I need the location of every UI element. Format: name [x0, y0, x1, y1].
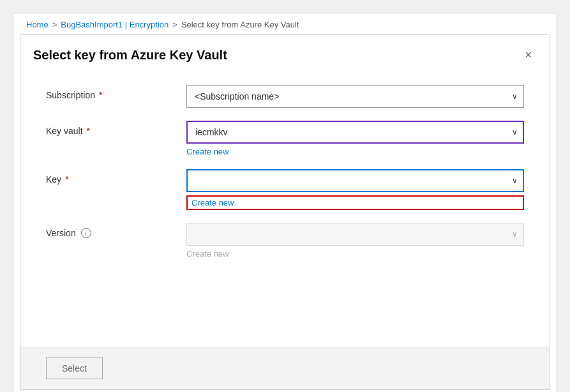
subscription-control-group: <Subscription name> ∨	[186, 85, 524, 108]
outer-container: Home > BugBashImport1 | Encryption > Sel…	[13, 13, 557, 392]
version-row: Version i ∨ Create new	[46, 223, 524, 259]
key-control-group: ∨ Create new	[186, 169, 524, 210]
key-dropdown[interactable]	[186, 169, 524, 192]
dialog: Select key from Azure Key Vault × Subscr…	[20, 34, 550, 390]
dialog-footer: Select	[20, 347, 550, 389]
breadcrumb-sep1: >	[52, 20, 57, 29]
breadcrumb-section[interactable]: BugBashImport1 | Encryption	[61, 20, 169, 29]
breadcrumb-current: Select key from Azure Key Vault	[181, 20, 299, 29]
subscription-row: Subscription * <Subscription name> ∨	[46, 85, 524, 108]
subscription-label: Subscription *	[46, 85, 186, 100]
version-dropdown[interactable]	[186, 223, 524, 246]
key-vault-control-group: iecmkkv ∨ Create new	[186, 121, 524, 156]
subscription-dropdown-wrapper: <Subscription name> ∨	[186, 85, 524, 108]
key-vault-dropdown[interactable]: iecmkkv	[186, 121, 524, 144]
select-button[interactable]: Select	[46, 358, 103, 379]
key-required: *	[65, 174, 68, 185]
key-vault-create-new-link[interactable]: Create new	[186, 147, 524, 156]
subscription-dropdown[interactable]: <Subscription name>	[186, 85, 524, 108]
subscription-required: *	[99, 90, 102, 100]
key-vault-dropdown-wrapper: iecmkkv ∨	[186, 121, 524, 144]
key-row: Key * ∨ Create new	[46, 169, 524, 210]
key-vault-row: Key vault * iecmkkv ∨ Create new	[46, 121, 524, 156]
close-button[interactable]: ×	[520, 47, 537, 63]
dialog-header: Select key from Azure Key Vault ×	[20, 35, 550, 72]
key-create-new-link[interactable]: Create new	[186, 195, 524, 210]
version-dropdown-wrapper: ∨	[186, 223, 524, 246]
breadcrumb-home[interactable]: Home	[26, 20, 49, 29]
version-info-icon[interactable]: i	[81, 228, 91, 238]
key-vault-required: *	[87, 126, 90, 136]
key-label: Key *	[46, 169, 186, 185]
breadcrumb: Home > BugBashImport1 | Encryption > Sel…	[13, 13, 557, 34]
breadcrumb-sep2: >	[172, 20, 177, 29]
version-control-group: ∨ Create new	[186, 223, 524, 259]
version-create-new-text: Create new	[186, 249, 524, 259]
key-vault-label: Key vault *	[46, 121, 186, 136]
dialog-body: Subscription * <Subscription name> ∨ Key…	[20, 72, 550, 347]
dialog-title: Select key from Azure Key Vault	[33, 48, 227, 63]
key-dropdown-wrapper: ∨	[186, 169, 524, 192]
version-label: Version i	[46, 223, 186, 238]
